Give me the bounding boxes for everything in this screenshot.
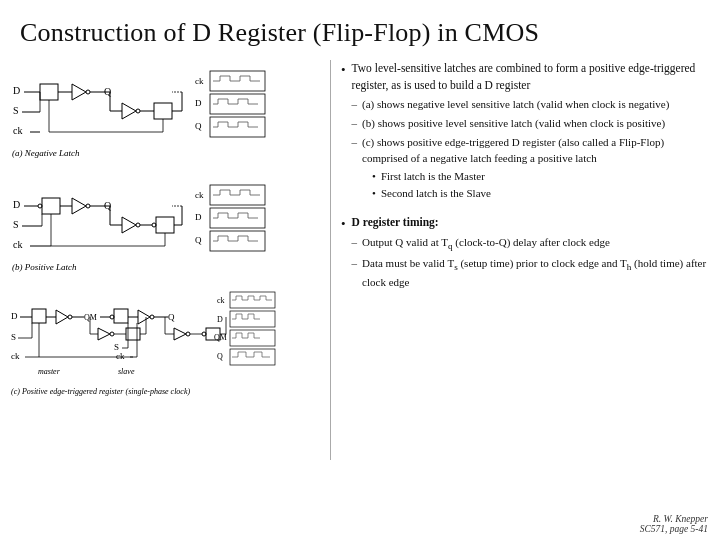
svg-text:slave: slave bbox=[118, 367, 135, 376]
svg-marker-45 bbox=[122, 217, 136, 233]
svg-marker-4 bbox=[72, 84, 86, 100]
svg-rect-36 bbox=[42, 198, 60, 214]
svg-marker-11 bbox=[122, 103, 136, 119]
svg-rect-78 bbox=[114, 309, 128, 323]
svg-rect-14 bbox=[154, 103, 172, 119]
svg-text:D: D bbox=[13, 199, 20, 210]
svg-text:QM: QM bbox=[214, 333, 227, 342]
divider bbox=[330, 60, 331, 460]
sub-item-a: – (a) shows negative level sensitive lat… bbox=[352, 97, 710, 113]
svg-marker-38 bbox=[72, 198, 86, 214]
svg-text:(b) Positive Latch: (b) Positive Latch bbox=[12, 262, 77, 272]
svg-text:D: D bbox=[13, 85, 20, 96]
svg-text:Q: Q bbox=[195, 235, 202, 245]
sub-sub-item-master: First latch is the Master bbox=[372, 169, 710, 185]
timing-item-1: – Output Q valid at Tq (clock-to-Q) dela… bbox=[352, 235, 710, 253]
svg-text:ck: ck bbox=[195, 76, 204, 86]
footer-reference: R. W. Knepper SC571, page 5-41 bbox=[640, 514, 708, 534]
diagram-c: D QM Q bbox=[10, 284, 320, 419]
svg-rect-118 bbox=[230, 330, 275, 346]
svg-text:QM: QM bbox=[84, 313, 97, 322]
bullet-1: • Two level-sensitive latches are combin… bbox=[341, 60, 710, 206]
svg-text:S: S bbox=[13, 219, 19, 230]
footer-author: R. W. Knepper bbox=[640, 514, 708, 524]
svg-text:Q: Q bbox=[168, 312, 175, 322]
bullet-1-dot: • bbox=[341, 61, 346, 80]
svg-text:(a) Negative Latch: (a) Negative Latch bbox=[12, 148, 80, 158]
svg-point-97 bbox=[202, 332, 206, 336]
svg-rect-2 bbox=[40, 84, 58, 100]
svg-text:D: D bbox=[217, 315, 223, 324]
diagrams-panel: D Q bbox=[10, 56, 320, 526]
bullet-2-text: D register timing: bbox=[352, 216, 439, 228]
svg-text:ck: ck bbox=[13, 125, 22, 136]
svg-text:ck: ck bbox=[217, 296, 225, 305]
svg-rect-70 bbox=[32, 309, 46, 323]
sub-sub-item-slave: Second latch is the Slave bbox=[372, 186, 710, 202]
svg-rect-117 bbox=[230, 311, 275, 327]
svg-text:master: master bbox=[38, 367, 61, 376]
bullet-2-sublist: – Output Q valid at Tq (clock-to-Q) dela… bbox=[352, 235, 710, 291]
svg-text:S: S bbox=[13, 105, 19, 116]
timing-item-2: – Data must be valid Ts (setup time) pri… bbox=[352, 256, 710, 290]
bullet-1-text: Two level-sensitive latches are combined… bbox=[352, 62, 696, 91]
bullet-1-content: Two level-sensitive latches are combined… bbox=[352, 60, 710, 206]
svg-text:Q: Q bbox=[195, 121, 202, 131]
bullet-2-content: D register timing: – Output Q valid at T… bbox=[352, 214, 710, 294]
svg-point-35 bbox=[38, 204, 42, 208]
svg-text:(c) Positive edge-triggered re: (c) Positive edge-triggered register (si… bbox=[11, 387, 190, 396]
svg-marker-80 bbox=[138, 310, 150, 324]
svg-marker-86 bbox=[98, 328, 110, 340]
svg-text:ck: ck bbox=[13, 239, 22, 250]
page-title: Construction of D Register (Flip-Flop) i… bbox=[0, 0, 720, 56]
svg-text:D: D bbox=[195, 212, 202, 222]
sub-item-c: – (c) shows positive edge-triggered D re… bbox=[352, 135, 710, 203]
svg-text:Q: Q bbox=[217, 352, 223, 361]
sub-sub-list: First latch is the Master Second latch i… bbox=[362, 169, 710, 202]
svg-point-48 bbox=[152, 223, 156, 227]
svg-text:ck: ck bbox=[11, 351, 20, 361]
svg-text:D: D bbox=[195, 98, 202, 108]
footer-course: SC571, page 5-41 bbox=[640, 524, 708, 534]
text-panel: • Two level-sensitive latches are combin… bbox=[341, 56, 710, 526]
diagram-a: D Q bbox=[10, 56, 320, 166]
svg-point-77 bbox=[110, 315, 114, 319]
svg-marker-94 bbox=[174, 328, 186, 340]
svg-text:ck: ck bbox=[116, 351, 125, 361]
svg-text:ck: ck bbox=[195, 190, 204, 200]
svg-text:S: S bbox=[11, 332, 16, 342]
svg-text:D: D bbox=[11, 311, 18, 321]
svg-rect-49 bbox=[156, 217, 174, 233]
bullet-2: • D register timing: – Output Q valid at… bbox=[341, 214, 710, 294]
diagram-b: D Q bbox=[10, 170, 320, 280]
bullet-2-dot: • bbox=[341, 215, 346, 234]
bullet-1-sublist: – (a) shows negative level sensitive lat… bbox=[352, 97, 710, 203]
sub-item-b: – (b) shows positive level sensitive lat… bbox=[352, 116, 710, 132]
svg-marker-72 bbox=[56, 310, 68, 324]
